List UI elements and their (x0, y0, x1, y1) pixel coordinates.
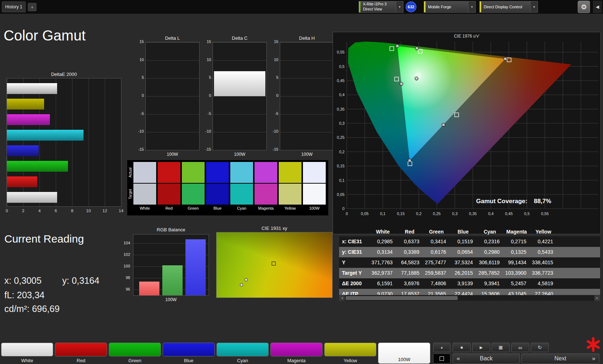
pattern-button-yellow[interactable] (324, 343, 376, 356)
table-cell: 0,3134 (369, 247, 396, 257)
svg-text:0,4: 0,4 (488, 211, 493, 216)
table-header-row: WhiteRedGreenBlueCyanMagentaYellow (339, 227, 600, 236)
cie1976-chart: 00,050,10,150,20,250,30,350,40,450,50,55… (333, 32, 600, 234)
table-scrollbar[interactable]: ◄ ► (339, 295, 600, 301)
back-button[interactable]: « Back (453, 354, 520, 364)
table-cell: 0,1325 (503, 247, 530, 257)
source-dropdown[interactable]: Mobile Forge ▼ (424, 1, 476, 13)
stop-icon: ■ (461, 345, 463, 350)
chevron-down-icon[interactable]: ▼ (530, 1, 538, 12)
gear-icon[interactable]: ⚙ (578, 1, 590, 13)
pattern-button-blue[interactable] (163, 343, 215, 356)
rgb-balance-title: RGB Balance (133, 227, 209, 232)
table-cell: 338,4015 (530, 257, 557, 268)
chevron-down-icon[interactable]: ▼ (396, 1, 403, 12)
pattern-button-label: 100W (379, 357, 430, 362)
topbar: History 1 + X-Rite i1Pro 3 Direct View ▼… (0, 0, 603, 14)
pattern-button-red[interactable] (55, 343, 107, 356)
delta-y-tick: 0 (269, 93, 278, 98)
add-tab-button[interactable]: + (28, 3, 37, 11)
delta-y-tick: -15 (269, 147, 278, 151)
repeat-button[interactable]: ↻ (531, 343, 549, 352)
target-row-label: Target (128, 184, 133, 205)
meter-dropdown[interactable]: X-Rite i1Pro 3 Direct View ▼ (359, 1, 403, 13)
table-row: Target Y362,973777,1885259,583726,201528… (339, 268, 600, 278)
table-header-corner (339, 227, 369, 236)
swatch-label: Blue (206, 205, 229, 211)
collapse-panel-icon[interactable]: ◀ (593, 1, 602, 13)
actual-row-label: Actual (128, 162, 133, 183)
actual-swatch (133, 162, 156, 183)
cie1976-panel: 00,050,10,150,20,250,30,350,40,450,50,55… (333, 32, 601, 234)
delta-chart-delta-l: Delta L151050-5-10-15100W (134, 35, 200, 160)
deltae-bar-blue (7, 145, 39, 156)
display-control-name: Direct Display Control (481, 1, 530, 12)
table-row-label: y: CIE31 (339, 247, 369, 257)
chevron-down-icon[interactable]: ▼ (468, 1, 475, 12)
meter-count-badge[interactable]: 632 (406, 1, 416, 12)
delta-y-tick: -10 (202, 129, 211, 133)
delta-y-tick: 5 (269, 75, 278, 80)
table-cell: 285,7852 (476, 268, 503, 278)
delta-y-tick: 15 (134, 39, 144, 44)
pattern-button-100w[interactable]: 100W (378, 343, 430, 364)
scroll-right-icon[interactable]: ► (594, 295, 600, 301)
delta-bar (214, 71, 265, 97)
table-cell: 0,2316 (476, 236, 503, 247)
table-cell: 15,3606 (476, 289, 503, 295)
gamut-coverage-readout: Gamut Coverage: 88,7% (476, 198, 551, 205)
delta-y-tick: 15 (202, 39, 211, 44)
source-name: Mobile Forge (425, 1, 468, 12)
svg-text:0,45: 0,45 (505, 211, 513, 216)
cie1931-target-marker (272, 261, 276, 265)
meter-mode: Direct View (363, 7, 393, 12)
table-cell: 0,2985 (369, 236, 396, 247)
target-swatch (182, 184, 205, 205)
play-button[interactable]: ▶ (472, 343, 490, 352)
svg-text:0,05: 0,05 (337, 192, 345, 197)
table-row-label: x: CIE31 (339, 236, 369, 247)
measured-point-red (504, 57, 507, 60)
svg-text:0,05: 0,05 (361, 211, 368, 216)
deltae2000-x-axis: 02468101214 (7, 209, 121, 214)
svg-text:0,25: 0,25 (337, 135, 345, 140)
svg-text:0,1: 0,1 (339, 178, 345, 183)
delta-y-tick: -5 (269, 111, 278, 116)
deltae-bar-cyan (7, 130, 84, 141)
rgb-balance-y-axis: 1041021009896 (119, 234, 132, 296)
pattern-window-button[interactable] (433, 354, 450, 364)
collapse-up-button[interactable]: ▲ (433, 343, 450, 352)
pattern-button-label: Yellow (324, 358, 376, 363)
gamut-data-table: WhiteRedGreenBlueCyanMagentaYellowx: CIE… (339, 227, 600, 295)
scroll-left-icon[interactable]: ◄ (339, 295, 345, 301)
svg-text:0,4: 0,4 (339, 93, 345, 97)
display-control-dropdown[interactable]: Direct Display Control ▼ (479, 1, 538, 13)
delta-x-label: 100W (213, 152, 267, 157)
table-cell: 336,7723 (530, 268, 557, 278)
table-header-yellow: Yellow (530, 227, 557, 236)
pattern-button-white[interactable] (1, 343, 53, 356)
continuous-read-button[interactable]: ∞ (511, 343, 529, 352)
table-cell: 306,6119 (476, 257, 503, 268)
measured-point-cyan (400, 82, 403, 85)
svg-text:0,55: 0,55 (541, 211, 549, 216)
scrollbar-track[interactable] (345, 295, 594, 301)
deltae-x-tick: 6 (55, 209, 57, 213)
next-button[interactable]: Next » (521, 354, 599, 364)
history-tab[interactable]: History 1 (2, 1, 26, 12)
deltae-x-tick: 12 (102, 209, 107, 213)
scrollbar-thumb[interactable] (346, 296, 458, 300)
pattern-button-magenta[interactable] (270, 343, 322, 356)
table-header-green: Green (423, 227, 450, 236)
pattern-button-green[interactable] (109, 343, 161, 356)
delta-y-tick: 5 (134, 75, 144, 80)
cie1976-x-axis: 00,050,10,150,20,250,30,350,40,450,50,55 (346, 211, 549, 216)
pattern-button-cyan[interactable] (217, 343, 269, 356)
table-header-red: Red (396, 227, 423, 236)
table-row-label: ΔE ITP (339, 289, 369, 295)
actual-swatch (279, 162, 302, 183)
stop-button[interactable]: ■ (453, 343, 471, 352)
pattern-grid-button[interactable]: ▦ (492, 343, 510, 352)
cie1976-title: CIE 1976 u'v' (333, 34, 600, 39)
svg-text:0,55: 0,55 (337, 50, 345, 54)
